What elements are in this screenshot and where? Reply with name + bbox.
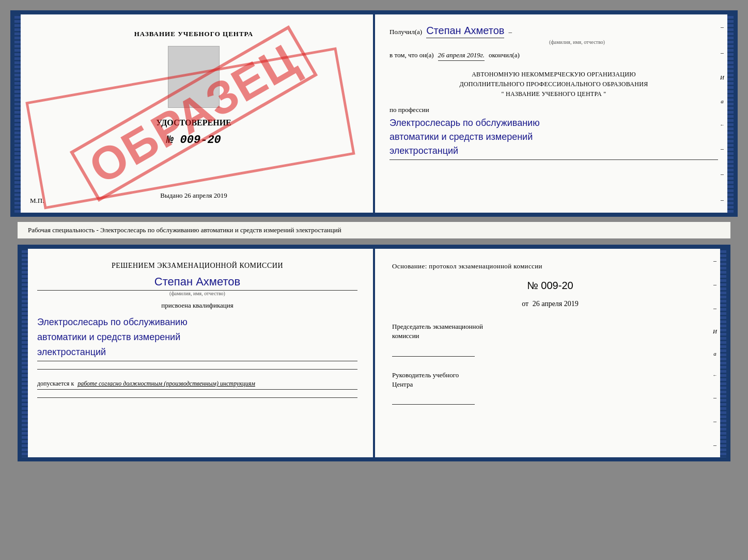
finished-label: окончил(а)	[489, 51, 520, 59]
cert-number: № 009-20	[166, 134, 221, 147]
profession-line1: Электрослесарь по обслуживанию	[389, 116, 718, 130]
org-name-line: " НАЗВАНИЕ УЧЕБНОГО ЦЕНТРА "	[389, 89, 718, 99]
date-line: в том, что он(а) 26 апреля 2019г. окончи…	[389, 51, 718, 61]
bottom-right-edge-dashes: – – – И а ← – – –	[711, 249, 719, 457]
profession-value: Электрослесарь по обслуживанию автоматик…	[389, 116, 718, 160]
protocol-number: № 009-20	[392, 280, 708, 292]
org-name: НАЗВАНИЕ УЧЕБНОГО ЦЕНТРА	[506, 90, 602, 98]
received-name: Степан Ахметов	[426, 25, 504, 38]
binding-right	[727, 14, 734, 213]
assigned-label: присвоена квалификация	[37, 301, 357, 310]
profession-line3: электростанций	[389, 144, 718, 158]
date-value-bottom: 26 апреля 2019	[533, 300, 579, 308]
left-page-top: НАЗВАНИЕ УЧЕБНОГО ЦЕНТРА УДОСТОВЕРЕНИЕ №…	[14, 14, 374, 213]
org-line1: АВТОНОМНУЮ НЕКОММЕРЧЕСКУЮ ОРГАНИЗАЦИЮ	[389, 70, 718, 79]
issued-date: 26 апреля 2019	[184, 191, 227, 199]
right-page-top: Получил(а) Степан Ахметов – (фамилия, им…	[374, 14, 734, 213]
org-line2: ДОПОЛНИТЕЛЬНОГО ПРОФЕССИОНАЛЬНОГО ОБРАЗО…	[389, 79, 718, 89]
bottom-binding-left	[22, 249, 28, 457]
head-block: Руководитель учебного Центра	[392, 371, 708, 405]
received-label: Получил(а)	[389, 28, 422, 36]
middle-text-content: Рабочая специальность - Электрослесарь п…	[28, 226, 341, 234]
basis-label: Основание: протокол экзаменационной коми…	[392, 262, 708, 271]
qual-line2: автоматики и средств измерений	[37, 330, 357, 345]
mp-label: М.П.	[30, 197, 44, 205]
completion-date: 26 апреля 2019г.	[438, 51, 485, 61]
org-block: АВТОНОМНУЮ НЕКОММЕРЧЕСКУЮ ОРГАНИЗАЦИЮ ДО…	[389, 70, 718, 100]
chairman-title: Председатель экзаменационной комиссии	[392, 322, 708, 341]
qual-line3: электростанций	[37, 345, 357, 360]
head-title: Руководитель учебного Центра	[392, 371, 708, 389]
person-name-block: Степан Ахметов (фамилия, имя, отчество)	[37, 275, 357, 296]
qual-line1: Электрослесарь по обслуживанию	[37, 315, 357, 330]
received-block: Получил(а) Степан Ахметов – (фамилия, им…	[389, 25, 718, 45]
fio-label-bottom: (фамилия, имя, отчество)	[37, 291, 357, 296]
chairman-signature-line	[392, 344, 475, 357]
bottom-document: Решением экзаменационной комиссии Степан…	[18, 245, 730, 461]
date-prefix: от	[522, 300, 528, 308]
profession-line2: автоматики и средств измерений	[389, 130, 718, 144]
right-edge-dashes: – – И а ← – – –	[718, 14, 726, 213]
bottom-binding-right	[720, 249, 726, 457]
head-line1: Руководитель учебного	[392, 371, 459, 379]
school-name-top: НАЗВАНИЕ УЧЕБНОГО ЦЕНТРА	[134, 30, 254, 38]
org-quote-close: "	[603, 90, 606, 98]
fio-label-top: (фамилия, имя, отчество)	[436, 39, 718, 45]
komissia-title: Решением экзаменационной комиссии	[37, 262, 357, 270]
allow-prefix: допускается к	[37, 380, 74, 387]
issued-line: Выдано 26 апреля 2019	[160, 191, 227, 200]
bottom-left-page: Решением экзаменационной комиссии Степан…	[22, 249, 374, 457]
profession-section: по профессии Электрослесарь по обслужива…	[389, 106, 718, 160]
profession-label: по профессии	[389, 106, 718, 114]
qualification-value: Электрослесарь по обслуживанию автоматик…	[37, 315, 357, 361]
photo-placeholder	[168, 46, 220, 108]
person-name-bottom: Степан Ахметов	[37, 275, 357, 291]
protocol-date: от 26 апреля 2019	[392, 300, 708, 308]
org-quote-open: "	[502, 90, 504, 98]
bottom-right-page: Основание: протокол экзаменационной коми…	[374, 249, 726, 457]
middle-text-block: Рабочая специальность - Электрослесарь п…	[18, 222, 730, 239]
allow-text: работе согласно должностным (производств…	[77, 380, 255, 387]
head-line2: Центра	[392, 380, 413, 388]
chairman-block: Председатель экзаменационной комиссии	[392, 322, 708, 356]
top-document: НАЗВАНИЕ УЧЕБНОГО ЦЕНТРА УДОСТОВЕРЕНИЕ №…	[10, 10, 738, 217]
allow-line: допускается к работе согласно должностны…	[37, 380, 357, 390]
chairman-line1: Председатель экзаменационной	[392, 323, 483, 330]
cert-title: УДОСТОВЕРЕНИЕ	[156, 118, 231, 127]
issued-label: Выдано	[160, 191, 182, 199]
head-signature-line	[392, 392, 475, 405]
chairman-line2: комиссии	[392, 332, 419, 340]
in-that-label: в том, что он(а)	[389, 51, 434, 59]
